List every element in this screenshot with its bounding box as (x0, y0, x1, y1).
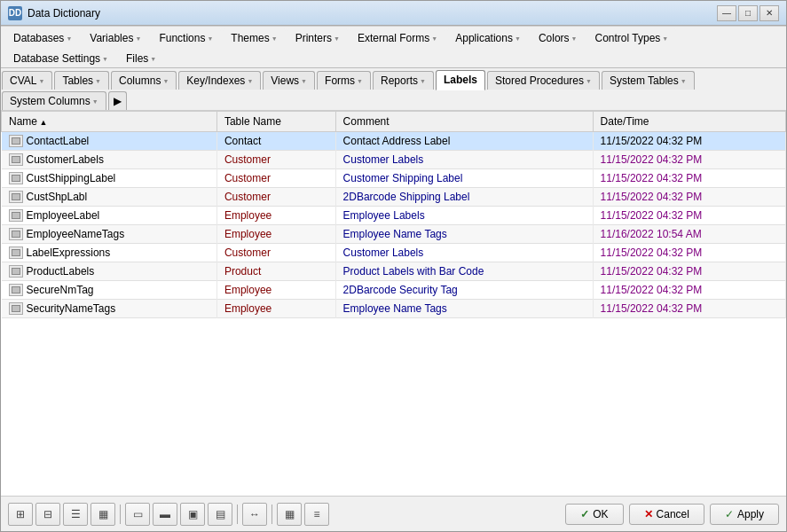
table-row[interactable]: CustomerLabelsCustomerCustomer Labels11/… (2, 151, 786, 169)
tab-tables[interactable]: Tables (54, 71, 109, 90)
cell-datetime: 11/15/2022 04:32 PM (593, 281, 785, 300)
menu-tab-files[interactable]: Files (118, 49, 164, 67)
menu-tab-printers[interactable]: Printers (287, 28, 348, 47)
cell-name-text: ContactLabel (27, 135, 90, 147)
tab-reports[interactable]: Reports (373, 71, 434, 90)
cell-table-name: Employee (216, 207, 335, 225)
table-row[interactable]: ContactLabelContactContact Address Label… (2, 132, 786, 151)
content-area: NameTable NameCommentDate/Time ContactLa… (1, 111, 786, 496)
minimize-button[interactable]: — (717, 5, 736, 21)
cell-table-name: Product (216, 262, 335, 281)
menu-tab-control-types[interactable]: Control Types (587, 28, 677, 47)
tab-system-tables[interactable]: System Tables (602, 71, 695, 90)
cell-datetime: 11/15/2022 04:32 PM (593, 151, 785, 169)
lines-view-icon[interactable]: ≡ (304, 503, 329, 526)
cell-name: SecureNmTag (2, 281, 217, 300)
row-icon (9, 246, 23, 259)
apply-button[interactable]: ✓ Apply (710, 504, 779, 525)
cell-name-text: CustomerLabels (27, 153, 104, 166)
cell-name: ContactLabel (2, 132, 217, 151)
table-row[interactable]: CustShpLablCustomer2DBarcode Shipping La… (2, 188, 786, 207)
cancel-x-icon: ✕ (644, 508, 653, 520)
menu-tab-functions[interactable]: Functions (151, 28, 221, 47)
table-row[interactable]: LabelExpressionsCustomerCustomer Labels1… (2, 244, 786, 262)
panel2-icon[interactable]: ▬ (153, 503, 177, 526)
menu-tab-database-settings[interactable]: Database Settings (5, 49, 116, 67)
table-row[interactable]: ProductLabelsProductProduct Labels with … (2, 262, 786, 281)
menu-tab-external-forms[interactable]: External Forms (350, 28, 445, 47)
menu-tab-applications[interactable]: Applications (447, 28, 529, 47)
row-icon (9, 302, 23, 315)
ok-check-icon: ✓ (580, 508, 589, 520)
row-icon (9, 265, 23, 278)
table-row[interactable]: CustShippingLabelCustomerCustomer Shippi… (2, 169, 786, 188)
menu-tab-databases[interactable]: Databases (5, 28, 80, 47)
panel1-icon[interactable]: ▭ (125, 503, 150, 526)
table-row[interactable]: SecurityNameTagsEmployeeEmployee Name Ta… (2, 300, 786, 318)
cell-name-text: CustShippingLabel (27, 172, 116, 184)
tab-forms[interactable]: Forms (317, 71, 371, 90)
col-header-date/time[interactable]: Date/Time (593, 112, 785, 132)
cell-datetime: 11/15/2022 04:32 PM (593, 262, 785, 281)
col-header-name[interactable]: Name (2, 112, 217, 132)
tab-key/indexes[interactable]: Key/Indexes (178, 71, 261, 90)
cell-table-name: Employee (216, 281, 335, 300)
grid-view-icon[interactable]: ▦ (91, 503, 115, 526)
tab-cval[interactable]: CVAL (2, 71, 52, 90)
ok-button[interactable]: ✓ OK (565, 504, 623, 525)
window-icon: DD (8, 6, 22, 20)
list-view-icon[interactable]: ☰ (63, 503, 88, 526)
tab-system-columns[interactable]: System Columns (2, 91, 106, 110)
panel4-icon[interactable]: ▤ (208, 503, 232, 526)
grid-remove-icon[interactable]: ⊟ (35, 503, 60, 526)
tab-labels[interactable]: Labels (436, 70, 485, 90)
cell-name: SecurityNameTags (2, 300, 217, 318)
toolbar-separator (237, 505, 238, 524)
cell-name-text: ProductLabels (27, 265, 95, 278)
maximize-button[interactable]: □ (738, 5, 758, 21)
menu-tabs-row: DatabasesVariablesFunctionsThemesPrinter… (1, 27, 786, 68)
cancel-button[interactable]: ✕ Cancel (629, 504, 704, 525)
cell-table-name: Customer (216, 169, 335, 188)
row-icon (9, 209, 23, 222)
cell-comment: Contact Address Label (335, 132, 593, 151)
table-view-icon[interactable]: ▦ (277, 503, 302, 526)
menu-tab-variables[interactable]: Variables (82, 28, 149, 47)
cell-name: CustShippingLabel (2, 169, 217, 188)
col-header-table-name[interactable]: Table Name (216, 112, 335, 132)
col-header-comment[interactable]: Comment (335, 112, 593, 132)
tab-stored-procedures[interactable]: Stored Procedures (487, 71, 600, 90)
table-row[interactable]: EmployeeLabelEmployeeEmployee Labels11/1… (2, 207, 786, 225)
close-button[interactable]: ✕ (759, 5, 779, 21)
data-table: NameTable NameCommentDate/Time ContactLa… (1, 111, 786, 318)
menu-tab-colors[interactable]: Colors (531, 28, 586, 47)
fit-width-icon[interactable]: ↔ (242, 503, 267, 526)
cell-datetime: 11/15/2022 04:32 PM (593, 132, 785, 151)
row-icon (9, 135, 23, 147)
bottom-bar: ⊞⊟☰▦▭▬▣▤↔▦≡ ✓ OK ✕ Cancel ✓ Apply (1, 496, 786, 531)
cancel-label: Cancel (657, 508, 689, 520)
cell-name-text: LabelExpressions (27, 246, 111, 259)
grid4-icon[interactable]: ⊞ (8, 503, 33, 526)
cell-name: EmployeeLabel (2, 207, 217, 225)
row-icon (9, 191, 23, 203)
cell-datetime: 11/15/2022 04:32 PM (593, 300, 785, 318)
cell-table-name: Contact (216, 132, 335, 151)
cell-name: LabelExpressions (2, 244, 217, 262)
cell-name-text: CustShpLabl (27, 191, 88, 203)
window-title: Data Dictionary (28, 7, 717, 20)
cell-comment: 2DBarcode Shipping Label (335, 188, 593, 207)
panel3-icon[interactable]: ▣ (180, 503, 205, 526)
table-container[interactable]: NameTable NameCommentDate/Time ContactLa… (1, 111, 786, 496)
cell-datetime: 11/15/2022 04:32 PM (593, 207, 785, 225)
table-row[interactable]: EmployeeNameTagsEmployeeEmployee Name Ta… (2, 225, 786, 244)
tab-more-button[interactable]: ▶ (108, 91, 127, 110)
tab-views[interactable]: Views (263, 71, 315, 90)
ok-label: OK (593, 508, 608, 520)
table-row[interactable]: SecureNmTagEmployee2DBarcode Security Ta… (2, 281, 786, 300)
cell-name-text: EmployeeNameTags (27, 228, 125, 240)
menu-tab-themes[interactable]: Themes (223, 28, 285, 47)
tab-columns[interactable]: Columns (111, 71, 177, 90)
cell-datetime: 11/16/2022 10:54 AM (593, 225, 785, 244)
main-window: DD Data Dictionary — □ ✕ DatabasesVariab… (0, 0, 787, 532)
